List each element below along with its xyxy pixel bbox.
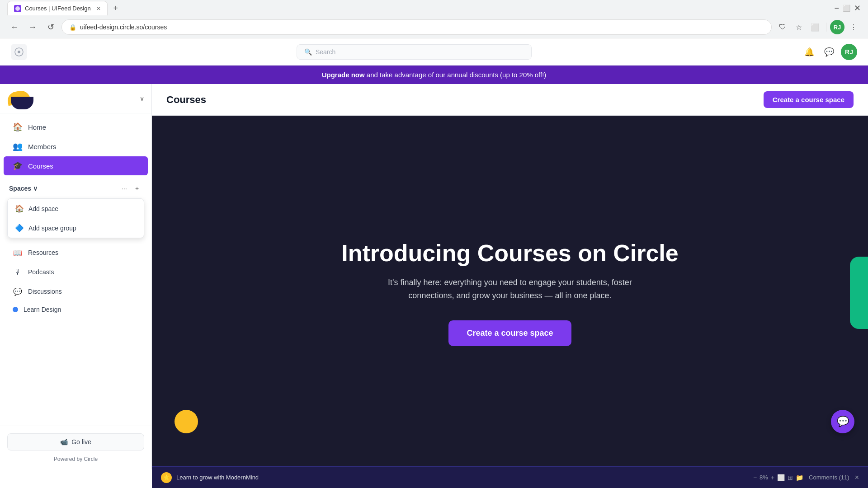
window-close[interactable]: ✕ bbox=[854, 3, 861, 13]
divider bbox=[826, 23, 826, 32]
sidebar-header: ∨ bbox=[0, 84, 151, 113]
chat-icon[interactable]: 💬 bbox=[821, 44, 837, 60]
tablet-btn[interactable]: ⬜ bbox=[808, 20, 822, 34]
sidebar-item-courses-label: Courses bbox=[28, 162, 53, 170]
sidebar-chevron-icon[interactable]: ∨ bbox=[140, 95, 144, 102]
browser-toolbar: ← → ↺ 🔒 uifeed-design.circle.so/courses … bbox=[0, 16, 868, 38]
chat-bubble-btn[interactable]: 💬 bbox=[831, 410, 854, 433]
app-logo-button[interactable] bbox=[11, 44, 27, 60]
logo-dark bbox=[11, 97, 33, 109]
sidebar-item-resources[interactable]: 📖 Resources bbox=[4, 243, 148, 262]
tab-title: Courses | UIFeed Design bbox=[25, 5, 91, 12]
resources-label: Resources bbox=[28, 249, 58, 256]
window-minimize[interactable]: − bbox=[834, 4, 839, 13]
app-body: ∨ 🏠 Home 👥 Members 🎓 Courses bbox=[0, 84, 868, 469]
add-space-item[interactable]: 🏠 Add space bbox=[8, 199, 144, 218]
tab-favicon bbox=[14, 5, 21, 12]
sidebar-nav-bottom: 📖 Resources 🎙 Podcasts 💬 Discussions Lea… bbox=[0, 239, 151, 322]
chat-bubble-icon: 💬 bbox=[837, 416, 849, 427]
search-placeholder: Search bbox=[316, 48, 335, 56]
header-actions: 🔔 💬 RJ bbox=[801, 44, 857, 60]
sidebar-item-members-label: Members bbox=[28, 143, 57, 150]
forward-button[interactable]: → bbox=[25, 20, 40, 34]
learn-design-dot bbox=[13, 307, 18, 312]
page-title: Courses bbox=[166, 94, 206, 106]
browser-chrome: Courses | UIFeed Design ✕ + − ⬜ ✕ ← → ↺ … bbox=[0, 0, 868, 38]
lock-icon: 🔒 bbox=[69, 24, 76, 31]
sidebar-item-discussions[interactable]: 💬 Discussions bbox=[4, 282, 148, 301]
discussions-label: Discussions bbox=[28, 288, 62, 295]
reload-button[interactable]: ↺ bbox=[43, 20, 58, 34]
podcasts-label: Podcasts bbox=[28, 268, 54, 276]
spaces-section: Spaces ∨ ··· + 🏠 Add space 🔷 bbox=[0, 179, 151, 239]
bottom-notification-bar: ⭐ Learn to grow with ModernMind − 8% + ⬜… bbox=[152, 466, 868, 469]
toolbar-actions: 🛡 ☆ ⬜ RJ ⋮ bbox=[775, 20, 861, 34]
courses-icon: 🎓 bbox=[13, 161, 23, 171]
svg-point-2 bbox=[18, 51, 20, 53]
browser-avatar[interactable]: RJ bbox=[830, 20, 844, 34]
app-header: 🔍 Search 🔔 💬 RJ bbox=[0, 38, 868, 66]
discussions-icon: 💬 bbox=[13, 286, 23, 296]
create-course-space-hero-btn[interactable]: Create a course space bbox=[448, 320, 571, 346]
sidebar-item-home[interactable]: 🏠 Home bbox=[4, 117, 148, 136]
sidebar-item-home-label: Home bbox=[28, 123, 46, 131]
add-space-icon: 🏠 bbox=[15, 204, 24, 213]
search-bar[interactable]: 🔍 Search bbox=[297, 44, 532, 60]
add-space-group-label: Add space group bbox=[28, 225, 76, 232]
circle-brand: Circle bbox=[84, 456, 98, 462]
more-btn[interactable]: ⋮ bbox=[846, 20, 861, 34]
search-icon: 🔍 bbox=[304, 48, 312, 56]
spaces-chevron: ∨ bbox=[33, 185, 38, 192]
spaces-add-btn[interactable]: + bbox=[132, 183, 142, 194]
hero-green-bar bbox=[850, 257, 868, 329]
resources-icon: 📖 bbox=[13, 248, 23, 258]
new-tab-button[interactable]: + bbox=[109, 2, 122, 14]
window-maximize[interactable]: ⬜ bbox=[843, 5, 850, 12]
tab-bar: Courses | UIFeed Design ✕ + − ⬜ ✕ bbox=[0, 0, 868, 16]
hero-yellow-ball bbox=[175, 410, 198, 433]
banner-text: and take advantage of our annual discoun… bbox=[365, 71, 547, 79]
create-course-space-header-btn[interactable]: Create a course space bbox=[764, 91, 854, 108]
sidebar-item-members[interactable]: 👥 Members bbox=[4, 137, 148, 156]
add-space-label: Add space bbox=[28, 205, 58, 212]
podcasts-icon: 🎙 bbox=[13, 267, 23, 277]
app-container: 🔍 Search 🔔 💬 RJ Upgrade now and take adv… bbox=[0, 38, 868, 469]
spaces-toggle[interactable]: Spaces ∨ bbox=[9, 185, 38, 192]
hero-title: Introducing Courses on Circle bbox=[341, 239, 678, 267]
sidebar-item-courses[interactable]: 🎓 Courses bbox=[4, 156, 148, 175]
active-tab[interactable]: Courses | UIFeed Design ✕ bbox=[7, 1, 108, 15]
spaces-dropdown: 🏠 Add space 🔷 Add space group bbox=[7, 198, 144, 238]
spaces-actions: ··· + bbox=[119, 183, 142, 194]
star-btn[interactable]: ☆ bbox=[792, 20, 806, 34]
learn-design-label: Learn Design bbox=[24, 306, 61, 313]
url-display: uifeed-design.circle.so/courses bbox=[80, 23, 167, 31]
notification-bell[interactable]: 🔔 bbox=[801, 44, 817, 60]
hero-subtitle: It's finally here: everything you need t… bbox=[374, 276, 646, 302]
powered-by: Powered by Circle bbox=[7, 456, 144, 462]
home-icon: 🏠 bbox=[13, 122, 23, 132]
shield-btn[interactable]: 🛡 bbox=[775, 20, 790, 34]
sidebar-logo bbox=[7, 89, 43, 108]
sidebar-nav: 🏠 Home 👥 Members 🎓 Courses bbox=[0, 113, 151, 179]
sidebar-bottom: 📹 Go live Powered by Circle bbox=[0, 426, 151, 469]
sidebar-item-learn-design[interactable]: Learn Design bbox=[4, 301, 148, 318]
upgrade-banner: Upgrade now and take advantage of our an… bbox=[0, 66, 868, 84]
go-live-label: Go live bbox=[71, 438, 91, 446]
back-button[interactable]: ← bbox=[7, 20, 22, 34]
add-space-group-icon: 🔷 bbox=[15, 224, 24, 232]
go-live-icon: 📹 bbox=[60, 438, 68, 446]
page-header: Courses Create a course space bbox=[152, 84, 868, 116]
address-bar[interactable]: 🔒 uifeed-design.circle.so/courses bbox=[61, 19, 772, 35]
user-avatar[interactable]: RJ bbox=[841, 44, 857, 60]
spaces-header: Spaces ∨ ··· + bbox=[4, 179, 148, 197]
sidebar: ∨ 🏠 Home 👥 Members 🎓 Courses bbox=[0, 84, 152, 469]
hero-section: Introducing Courses on Circle It's final… bbox=[152, 116, 868, 469]
go-live-button[interactable]: 📹 Go live bbox=[7, 433, 144, 450]
members-icon: 👥 bbox=[13, 141, 23, 151]
add-space-group-item[interactable]: 🔷 Add space group bbox=[8, 218, 144, 238]
sidebar-item-podcasts[interactable]: 🎙 Podcasts bbox=[4, 263, 148, 282]
spaces-more-btn[interactable]: ··· bbox=[119, 183, 130, 194]
svg-point-0 bbox=[15, 6, 20, 11]
tab-close-btn[interactable]: ✕ bbox=[96, 5, 101, 12]
upgrade-link[interactable]: Upgrade now bbox=[322, 71, 365, 79]
